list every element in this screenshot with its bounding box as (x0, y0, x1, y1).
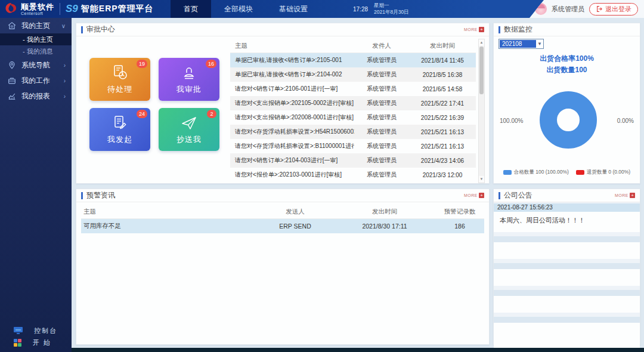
approval-table: 主题 发件人 发出时间 单据已审核,请接收<销售订单>:2105-001 系统管… (230, 39, 476, 182)
cell-sender: 系统管理员 (354, 99, 409, 107)
chevron-down-icon: ∨ (61, 23, 66, 29)
title-accent-bar (81, 192, 83, 199)
brand-subname: Centersoft (21, 11, 54, 16)
approval-center-panel: 审批中心 MORE 待处理 19 (76, 23, 490, 184)
table-row[interactable]: 请您对<销售订单>:2104-003进行[一审] 系统管理员 2021/4/23… (230, 153, 476, 168)
cell-time: 2021/4/23 14:06 (409, 158, 476, 164)
cell-time: 2021/5/22 17:41 (409, 100, 476, 107)
cell-sender: 系统管理员 (354, 128, 409, 136)
nav-home[interactable]: 首页 (171, 0, 211, 18)
donut-label-pass: 100.00% (500, 118, 523, 124)
start-button[interactable]: 开 始 (0, 336, 72, 348)
notice-empty-block (494, 296, 640, 313)
alerts-more-button[interactable]: MORE (464, 193, 484, 198)
approval-more-button[interactable]: MORE (464, 27, 484, 32)
sidebar-item-my-reports[interactable]: 我的报表 › (0, 88, 72, 104)
sidebar-item-label: 我的主页 (21, 21, 61, 31)
tile-my-approvals[interactable]: 我审批 16 (159, 58, 219, 101)
sidebar-item-system-nav[interactable]: 系统导航 › (0, 57, 72, 73)
notice-content[interactable]: 本周六、周日公司活动！！！ (494, 212, 640, 232)
col-sent-time: 发出时间 (334, 208, 435, 216)
logo: 顺景软件 Centersoft S9 智能ERP管理平台 (4, 0, 154, 18)
chevron-down-icon: ▼ (536, 41, 543, 47)
notice-date[interactable]: 2021-08-27 15:56:23 (494, 203, 640, 212)
tile-count-badge: 24 (137, 110, 147, 118)
chevron-right-icon: › (64, 62, 66, 69)
cell-subject: 请您对<支出报销单>:202105-0002进行[审核] (230, 99, 354, 107)
monitor-panel-title: 数据监控 (504, 24, 635, 35)
title-accent-bar (81, 26, 83, 33)
table-row[interactable]: 单据已审核,请接收<销售订单>:2105-001 系统管理员 2021/8/14… (230, 53, 476, 67)
notice-panel-header: 公司公告 MORE (494, 189, 640, 202)
logo-text: 顺景软件 Centersoft (21, 3, 54, 16)
cell-sender: 系统管理员 (354, 156, 409, 165)
col-subject: 主题 (81, 208, 256, 216)
legend-label: 退货数量 0 (0.00%) (587, 169, 630, 176)
more-label: MORE (464, 27, 478, 32)
console-button[interactable]: 控制台 (0, 325, 72, 336)
table-row[interactable]: 可用库存不足 ERP SEND 2021/8/30 17:11 186 (81, 219, 484, 233)
sidebar-item-my-home[interactable]: 我的主页 ∨ (0, 18, 72, 33)
sidebar-subitem-my-messages[interactable]: 我的消息 (0, 45, 72, 57)
sidebar-item-label: 系统导航 (21, 60, 64, 70)
cell-subject: 可用库存不足 (81, 222, 256, 230)
sidebar-item-label: 我的报表 (21, 91, 64, 101)
brand-name: 顺景软件 (21, 3, 54, 11)
paper-plane-icon (179, 114, 199, 132)
tile-pending[interactable]: 待处理 19 (89, 58, 150, 101)
notice-empty-strip (494, 290, 640, 296)
table-row[interactable]: 请您对<销售订单>:2106-001进行[一审] 系统管理员 2021/6/5 … (230, 82, 476, 96)
sidebar-subitem-my-home[interactable]: 我的主页 (0, 33, 72, 45)
tile-label: 我审批 (177, 84, 202, 95)
table-scrollbar[interactable]: ▲ ▼ (478, 39, 485, 183)
col-subject: 主题 (230, 42, 354, 50)
clock-area: 17:28 星期一 2021年8月30日 (353, 0, 409, 18)
chart-icon (7, 91, 17, 101)
approval-table-header: 主题 发件人 发出时间 (230, 39, 476, 53)
cell-subject: 请您对<销售订单>:2106-001进行[一审] (230, 85, 354, 93)
col-alert-count: 预警记录数 (435, 208, 484, 216)
donut-chart (540, 91, 597, 149)
stat-ship-qty: 出货数量100 (494, 64, 640, 76)
table-row[interactable]: 请您对<支出报销单>:202105-0002进行[审核] 系统管理员 2021/… (230, 96, 476, 110)
cell-time: 2021/8/5 16:38 (409, 72, 476, 78)
sidebar-item-my-work[interactable]: 我的工作 › (0, 73, 72, 88)
date: 2021年8月30日 (374, 9, 409, 15)
nav-basic-settings[interactable]: 基础设置 (266, 0, 321, 18)
legend-item-return[interactable]: 退货数量 0 (0.00%) (576, 169, 630, 176)
topbar-user-area: 系统管理员 退出登录 (514, 0, 644, 18)
user-avatar[interactable] (535, 3, 547, 15)
product-title: 智能ERP管理平台 (81, 4, 154, 14)
legend-item-pass[interactable]: 合格数量 100 (100.00%) (503, 169, 569, 176)
alerts-panel: 预警资讯 MORE 主题 发送人 发出时间 预警记录数 可用库存不足 ERP S… (76, 189, 490, 345)
col-sender: 发件人 (354, 42, 409, 50)
erp-dashboard: 顺景软件 Centersoft S9 智能ERP管理平台 首页 全部模块 基础设… (0, 0, 644, 352)
cell-subject: 单据已审核,请接收<销售订单>:2104-002 (230, 70, 354, 79)
tile-my-initiated[interactable]: 我发起 24 (89, 108, 150, 151)
tile-cc-to-me[interactable]: 抄送我 2 (159, 108, 219, 151)
cell-sender: 系统管理员 (354, 171, 409, 179)
period-select[interactable]: 202108 ▼ (499, 39, 544, 49)
s9-logo: S9 (66, 3, 78, 15)
start-grid-icon (13, 338, 22, 347)
console-label: 控制台 (34, 326, 57, 335)
scroll-up-arrow[interactable]: ▲ (479, 39, 484, 46)
table-row[interactable]: 请您对<支出报销单>:202008-0001进行[审核] 系统管理员 2021/… (230, 110, 476, 125)
notice-empty-block (494, 269, 640, 286)
notice-empty-block (494, 242, 640, 259)
logout-button[interactable]: 退出登录 (589, 3, 638, 16)
table-row[interactable]: 请您对<报价单>:202103-0001进行[审核] 系统管理员 2021/3/… (230, 168, 476, 182)
notice-more-button[interactable]: MORE (615, 193, 635, 198)
more-label: MORE (615, 193, 628, 197)
tile-count-badge: 2 (207, 110, 216, 118)
approval-tiles: 待处理 19 我审批 16 我发 (89, 58, 219, 151)
tile-count-badge: 16 (206, 60, 216, 68)
data-monitor-panel: 数据监控 202108 ▼ 出货合格率100% 出货数量100 100.00% … (493, 23, 640, 184)
scroll-down-arrow[interactable]: ▼ (479, 176, 484, 183)
nav-all-modules[interactable]: 全部模块 (211, 0, 266, 18)
cell-sender: 系统管理员 (354, 56, 409, 64)
table-row[interactable]: 请您对<存货浮动耗损率设置>:H54R15006002进行[审核] 系统管理员 … (230, 125, 476, 139)
scrollbar-thumb[interactable] (479, 47, 484, 94)
table-row[interactable]: 单据已审核,请接收<销售订单>:2104-002 系统管理员 2021/8/5 … (230, 67, 476, 82)
table-row[interactable]: 请您对<存货浮动耗损率设置>:B11000001进行[审核] 系统管理员 202… (230, 139, 476, 153)
